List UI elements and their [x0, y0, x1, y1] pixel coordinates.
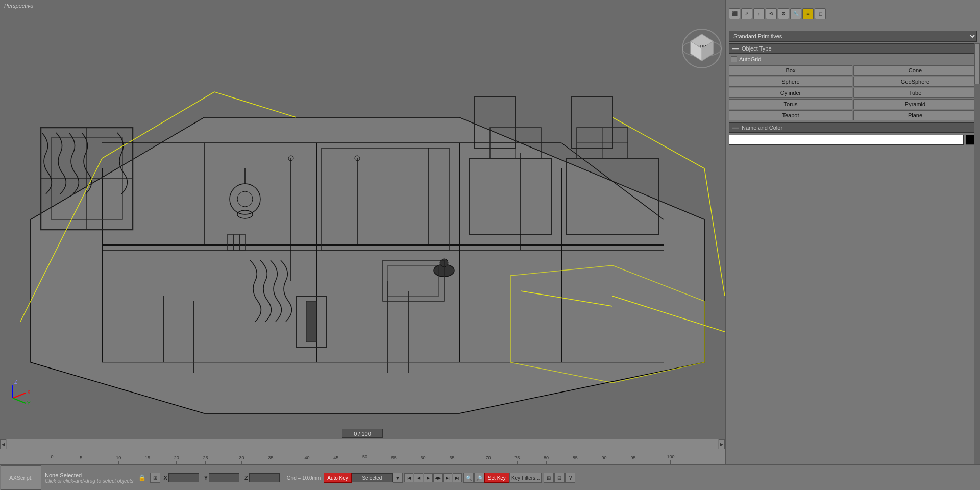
status-hint: Click or click-and-drag to select object… — [45, 478, 133, 484]
selected-dropdown[interactable]: ▼ — [393, 473, 403, 483]
zoom-controls: 🔍 🔎 — [463, 473, 484, 483]
prev-frame-btn[interactable]: ◀ — [414, 473, 423, 482]
obj-btn-teapot[interactable]: Teapot — [729, 110, 852, 120]
obj-btn-cone[interactable]: Cone — [853, 65, 977, 76]
obj-btn-torus[interactable]: Torus — [729, 99, 852, 109]
key-filters-label: Key Filters... — [511, 475, 540, 481]
play-btn[interactable]: ▶ — [424, 473, 433, 482]
grid-info: Grid = 10.0mm — [287, 475, 321, 481]
toolbar-top: ⬛ ↗ ↕ ⟲ ⚙ 🔧 ≡ ◻ — [726, 0, 980, 28]
toolbar-btn-4[interactable]: ⟲ — [766, 8, 777, 19]
object-type-collapse[interactable]: — — [732, 45, 739, 52]
toolbar-btn-3[interactable]: ↕ — [753, 8, 765, 19]
obj-btn-box[interactable]: Box — [729, 65, 852, 76]
toolbar-btn-5[interactable]: ⚙ — [778, 8, 789, 19]
scroll-thumb[interactable] — [974, 43, 980, 84]
zoom-in-btn[interactable]: 🔍 — [463, 473, 474, 483]
bottom-extra-controls: ⊞ ⊟ ? — [544, 473, 575, 483]
x-label: X — [163, 475, 167, 481]
object-type-label: Object Type — [742, 45, 772, 52]
selected-input[interactable] — [352, 473, 393, 482]
object-type-header: — Object Type — [729, 43, 977, 54]
play-reverse-btn[interactable]: ◀▶ — [433, 473, 443, 482]
svg-text:TOP: TOP — [698, 44, 706, 48]
name-color-header: — Name and Color — [729, 122, 977, 133]
viewport-gizmo[interactable]: TOP — [681, 28, 722, 69]
obj-btn-tube[interactable]: Tube — [853, 88, 977, 98]
none-selected-label: None Selected — [45, 472, 133, 478]
toolbar-btn-1[interactable]: ⬛ — [729, 8, 740, 19]
x-coord-group: X — [163, 473, 199, 482]
timeline-scroll[interactable]: ◀ ▶ — [0, 439, 725, 450]
svg-rect-33 — [306, 301, 316, 342]
skip-end-btn[interactable]: ▶| — [453, 473, 462, 482]
auto-key-button[interactable]: Auto Key — [324, 473, 352, 483]
toolbar-btn-6[interactable]: 🔧 — [790, 8, 801, 19]
svg-line-61 — [13, 393, 26, 398]
lock-icon-container[interactable]: 🔒 — [138, 474, 146, 481]
autogrid-checkbox[interactable] — [731, 56, 737, 62]
y-coord-group: Y — [204, 473, 239, 482]
toolbar-btn-2[interactable]: ↗ — [741, 8, 752, 19]
obj-btn-cylinder[interactable]: Cylinder — [729, 88, 852, 98]
next-frame-btn[interactable]: ▶| — [443, 473, 452, 482]
svg-text:Y: Y — [27, 401, 31, 406]
obj-btn-plane[interactable]: Plane — [853, 110, 977, 120]
svg-text:Z: Z — [14, 379, 17, 385]
key-filters-btn[interactable]: Key Filters... — [509, 473, 542, 483]
axscript-label: AXScript. — [9, 475, 33, 481]
extra-btn-1[interactable]: ⊞ — [544, 473, 554, 483]
right-panel: ⬛ ↗ ↕ ⟲ ⚙ 🔧 ≡ ◻ Standard Primitives Exte… — [725, 0, 980, 490]
svg-text:X: X — [27, 389, 31, 395]
right-panel-scrollbar[interactable] — [974, 43, 980, 490]
playback-controls: |◀ ◀ ▶ ◀▶ ▶| ▶| — [404, 473, 462, 482]
xyz-controls: ⊞ X Y Z — [150, 473, 281, 483]
viewport[interactable]: Perspectiva — [0, 0, 725, 490]
y-label: Y — [204, 475, 208, 481]
y-input[interactable] — [209, 473, 239, 482]
skip-start-btn[interactable]: |◀ — [404, 473, 413, 482]
lock-icon[interactable]: 🔒 — [138, 474, 146, 481]
frame-counter[interactable]: 0 / 100 — [342, 429, 383, 438]
toolbar-btn-8[interactable]: ◻ — [815, 8, 826, 19]
primitives-dropdown-container: Standard Primitives Extended Primitives … — [729, 31, 977, 42]
name-color-label: Name and Color — [742, 125, 782, 131]
object-type-section: — Object Type AutoGrid Box Cone Sphere G… — [729, 43, 977, 120]
xy-mode-btn[interactable]: ⊞ — [150, 473, 160, 483]
object-type-buttons: Box Cone Sphere GeoSphere Cylinder Tube … — [729, 65, 977, 120]
timeline-arrow-left[interactable]: ◀ — [0, 439, 6, 450]
grid-label: Grid = 10.0mm — [287, 475, 321, 481]
obj-btn-sphere[interactable]: Sphere — [729, 77, 852, 87]
timeline-ruler[interactable]: 0 5 10 15 20 25 30 35 — [0, 449, 725, 464]
scene-view: X Y Z — [0, 0, 725, 490]
extra-btn-2[interactable]: ⊟ — [554, 473, 565, 483]
name-color-collapse[interactable]: — — [732, 124, 739, 131]
timeline-arrow-right[interactable]: ▶ — [719, 439, 725, 450]
z-input[interactable] — [249, 473, 280, 482]
primitives-dropdown[interactable]: Standard Primitives Extended Primitives … — [729, 31, 977, 42]
x-input[interactable] — [168, 473, 199, 482]
obj-btn-pyramid[interactable]: Pyramid — [853, 99, 977, 109]
z-coord-group: Z — [244, 473, 280, 482]
set-key-button[interactable]: Set Key — [484, 473, 509, 483]
z-label: Z — [244, 475, 248, 481]
axscript-button[interactable]: AXScript. — [1, 465, 41, 490]
obj-btn-geosphere[interactable]: GeoSphere — [853, 77, 977, 87]
name-input[interactable] — [729, 135, 964, 145]
timeline-area: ◀ ▶ 0 5 10 15 20 25 30 — [0, 439, 725, 464]
svg-line-62 — [13, 398, 26, 403]
name-color-row — [729, 135, 977, 145]
status-bar: AXScript. None Selected Click or click-a… — [0, 464, 980, 490]
name-color-section: — Name and Color — [729, 122, 977, 145]
svg-marker-0 — [31, 117, 704, 413]
toolbar-btn-7[interactable]: ≡ — [802, 8, 814, 19]
extra-btn-3[interactable]: ? — [565, 473, 575, 483]
svg-rect-30 — [572, 97, 612, 148]
autogrid-row: AutoGrid — [729, 55, 977, 63]
autogrid-label: AutoGrid — [739, 56, 761, 62]
zoom-out-btn[interactable]: 🔎 — [474, 473, 484, 483]
